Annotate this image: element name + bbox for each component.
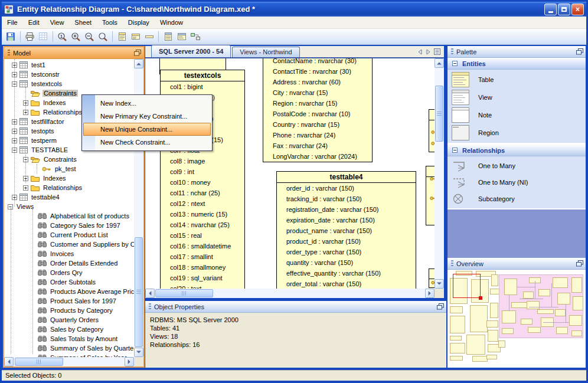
title-bar[interactable]: Entity Relationship Diagram - C:\shared\…: [2, 2, 586, 17]
tree-item-category-sales-for-1997[interactable]: Category Sales for 1997: [4, 221, 134, 230]
entity-customers[interactable]: ContactName : nvarchar (30)ContactTitle …: [263, 58, 373, 162]
context-menu-item-new-index[interactable]: New Index...: [95, 97, 212, 110]
scroll-up-button[interactable]: [134, 59, 143, 68]
menu-edit[interactable]: Edit: [23, 17, 45, 29]
tab-scroll-left-icon[interactable]: [417, 49, 423, 55]
scroll-right-button[interactable]: [125, 357, 134, 366]
tree-item-quarterly-orders[interactable]: Quarterly Orders: [4, 315, 134, 325]
tree-item-relationships[interactable]: +Relationships: [4, 183, 134, 192]
palette-item-subcategory[interactable]: Subcategory: [447, 191, 586, 207]
scroll-down-button[interactable]: [134, 348, 143, 357]
menu-display[interactable]: Display: [123, 17, 155, 29]
tree-item-sales-by-category[interactable]: Sales by Category: [4, 325, 134, 334]
drag-grip-icon[interactable]: [8, 50, 10, 57]
scroll-down-button[interactable]: [435, 279, 444, 289]
save-button[interactable]: [4, 30, 18, 44]
tab-sql-server-2000-54[interactable]: SQL Server 2000 - 54: [151, 45, 231, 57]
scroll-left-button[interactable]: [4, 357, 14, 366]
palette-item-region[interactable]: Region: [447, 124, 586, 142]
tree-item-constraints[interactable]: −Constraints: [4, 155, 134, 164]
tree-item-indexes[interactable]: +Indexes: [4, 174, 134, 183]
scroll-up-button[interactable]: [435, 58, 444, 68]
page-grid-button[interactable]: [37, 30, 50, 44]
object-properties-header[interactable]: Object Properties: [145, 301, 446, 313]
relationship-style-button[interactable]: [188, 30, 202, 44]
tree-item-testtable4[interactable]: +testtable4: [4, 192, 134, 202]
entity-testtable4[interactable]: testtable4order_id : varchar (150)tracki…: [276, 171, 416, 289]
float-panel-icon[interactable]: [576, 260, 583, 267]
tree-item-pk-test[interactable]: pk_test: [4, 164, 134, 174]
canvas-vscroll-thumb[interactable]: [435, 86, 443, 142]
tree-item-sales-totals-by-amount[interactable]: Sales Totals by Amount: [4, 334, 134, 343]
zoom-find-button[interactable]: [96, 30, 110, 44]
zoom-100-button[interactable]: 1: [55, 30, 69, 44]
menu-sheet[interactable]: Sheet: [69, 17, 97, 29]
context-menu-item-new-check-constraint[interactable]: New Check Constraint...: [95, 136, 212, 149]
overview-header[interactable]: Overview: [447, 258, 586, 270]
print-button[interactable]: [23, 30, 37, 44]
maximize-button[interactable]: [558, 4, 570, 15]
menu-file[interactable]: File: [2, 17, 23, 29]
tree-item-views[interactable]: −Views: [4, 202, 134, 211]
scroll-right-button[interactable]: [425, 289, 435, 298]
tree-hscroll-thumb[interactable]: [15, 358, 63, 366]
entity-minimal-view-button[interactable]: [142, 30, 156, 44]
drag-grip-icon[interactable]: [451, 48, 453, 55]
minimap-viewport-handle[interactable]: [479, 296, 482, 300]
tree-item-order-details-extended[interactable]: Order Details Extended: [4, 258, 134, 268]
palette-section-header[interactable]: Entities: [447, 58, 586, 70]
palette-item-one-to-many-ni[interactable]: One to Many (NI): [447, 174, 586, 191]
tab-list-icon[interactable]: [434, 48, 440, 55]
palette-header[interactable]: Palette: [447, 46, 586, 58]
scroll-left-button[interactable]: [145, 289, 155, 298]
menu-tools[interactable]: Tools: [97, 17, 123, 29]
tree-item-testconstr[interactable]: +testconstr: [4, 70, 134, 79]
tree-item-current-product-list[interactable]: Current Product List: [4, 230, 134, 240]
minimize-button[interactable]: [544, 4, 557, 15]
partial-entity[interactable]: [426, 166, 435, 225]
tree-vscroll-thumb[interactable]: [135, 237, 143, 347]
entity-full-view-button[interactable]: [115, 30, 129, 44]
collapse-icon[interactable]: [452, 61, 458, 66]
collapse-icon[interactable]: [452, 148, 458, 153]
expander-plus-icon[interactable]: +: [23, 185, 28, 191]
overview-minimap[interactable]: [449, 270, 584, 366]
minimap-viewport[interactable]: [453, 274, 481, 298]
menu-window[interactable]: Window: [155, 17, 188, 29]
tree-item-test1[interactable]: +test1: [4, 60, 134, 70]
model-panel-header[interactable]: Model: [4, 47, 143, 59]
canvas-horizontal-scrollbar[interactable]: [145, 289, 435, 298]
palette-item-table[interactable]: Table: [447, 71, 586, 89]
zoom-out-button[interactable]: [83, 30, 96, 44]
partial-entity[interactable]: [429, 109, 435, 152]
tree-item-products-by-category[interactable]: Products by Category: [4, 306, 134, 315]
tree-item-products-above-average-price[interactable]: Products Above Average Price: [4, 287, 134, 296]
float-panel-icon[interactable]: [437, 303, 444, 310]
palette-section-header[interactable]: Relationships: [447, 145, 586, 156]
palette-item-view[interactable]: View: [447, 89, 586, 106]
tree-item-summary-of-sales-by-year[interactable]: Summary of Sales by Year: [4, 353, 134, 357]
drag-grip-icon[interactable]: [149, 303, 151, 310]
canvas-hscroll-thumb[interactable]: [155, 289, 213, 297]
palette-item-one-to-many[interactable]: One to Many: [447, 158, 586, 174]
menu-view[interactable]: View: [45, 17, 70, 29]
tree-item-testextcols[interactable]: −testextcols: [4, 79, 134, 89]
float-panel-icon[interactable]: [134, 50, 141, 56]
float-panel-icon[interactable]: [576, 48, 583, 55]
context-menu-item-new-primary-key-constraint[interactable]: New Primary Key Constraint...: [95, 110, 212, 123]
drag-grip-icon[interactable]: [451, 260, 453, 267]
canvas-vertical-scrollbar[interactable]: [435, 58, 444, 289]
tree-item-summary-of-sales-by-quarter[interactable]: Summary of Sales by Quarter: [4, 343, 134, 353]
tree-horizontal-scrollbar[interactable]: [4, 357, 134, 366]
tree-item-order-subtotals[interactable]: Order Subtotals: [4, 277, 134, 287]
tree-item-orders-qry[interactable]: Orders Qry: [4, 268, 134, 277]
tree-item-customer-and-suppliers-by-city[interactable]: Customer and Suppliers by City: [4, 240, 134, 249]
tab-scroll-right-icon[interactable]: [426, 49, 431, 55]
partial-entity[interactable]: [429, 269, 435, 288]
tree-item-invoices[interactable]: Invoices: [4, 249, 134, 258]
tab-views-northwind[interactable]: Views - Northwind: [232, 47, 299, 57]
entity-keys-view-button[interactable]: [129, 30, 142, 44]
palette-item-note[interactable]: Note: [447, 106, 586, 124]
zoom-in-button[interactable]: [69, 30, 83, 44]
entity-style-button[interactable]: [161, 30, 175, 44]
